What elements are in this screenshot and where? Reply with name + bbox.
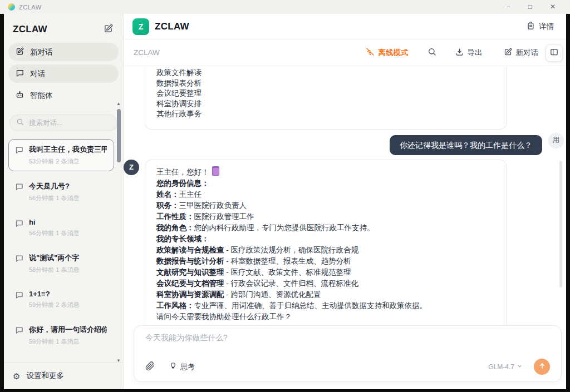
arrow-up-icon: [538, 362, 546, 371]
clipboard-emoji: [212, 166, 219, 176]
app-window: ZCLAW 新对话 对话 智能体: [4, 14, 566, 389]
composer: 思考 GLM-4.7: [134, 325, 562, 382]
new-chat-button[interactable]: 新对话: [500, 47, 542, 58]
assistant-message-line: 政策解读与合规检查 - 医疗政策法规分析，确保医院行政合规: [156, 245, 495, 256]
app-title: ZCLAW: [19, 4, 42, 11]
model-label: GLM-4.7: [488, 363, 514, 371]
conversation-title: 我叫王主任，我负责三甲...: [29, 145, 107, 155]
chat-bubble-icon: [15, 291, 23, 301]
clipboard-icon: [527, 22, 535, 32]
scroll-up-arrow-icon[interactable]: ▲: [116, 102, 121, 106]
conversation-item[interactable]: hi56分钟前 1 条消息: [8, 212, 114, 243]
assistant-message-line: 我的专长领域：: [156, 234, 495, 245]
conversation-title: hi: [29, 218, 79, 226]
message-input[interactable]: [145, 333, 550, 359]
close-button[interactable]: ✕: [550, 0, 556, 14]
assistant-message-line: 工作性质：医院行政管理工作: [156, 211, 495, 222]
assistant-message-line: 我的角色：您的内科行政助理，专门为您提供医院行政工作支持。: [156, 222, 495, 234]
conversation-meta: 58分钟前 1 条消息: [29, 266, 79, 274]
assistant-message-line: 科室协调与资源调配 - 跨部门沟通、资源优化配置: [156, 289, 495, 300]
conversation-title: 你好，请用一句话介绍你...: [29, 325, 107, 335]
conversation-title: 1+1=?: [29, 290, 79, 298]
conversation-meta: 56分钟前 1 条消息: [29, 194, 79, 202]
sidebar-item-agents[interactable]: 智能体: [8, 86, 119, 105]
maximize-button[interactable]: □: [528, 0, 532, 14]
model-selector[interactable]: GLM-4.7: [485, 363, 526, 371]
assistant-avatar: Z: [124, 160, 139, 175]
think-toggle-button[interactable]: 思考: [166, 361, 198, 373]
compose-button[interactable]: [102, 23, 114, 36]
assistant-message-line: 职务：三甲医院行政负责人: [156, 200, 495, 211]
conversation-title: 说"测试"两个字: [29, 253, 79, 263]
settings-label: 设置和更多: [26, 371, 64, 381]
conversation-header-title: ZCLAW: [134, 48, 160, 57]
brand-name: ZCLAW: [155, 21, 189, 32]
search-box: [9, 115, 117, 131]
sidebar-item-new-chat[interactable]: 新对话: [8, 43, 119, 61]
compose-icon: [104, 24, 113, 35]
lightbulb-icon: [169, 362, 177, 371]
panel-toggle-button[interactable]: [546, 44, 563, 62]
search-icon: [16, 118, 24, 128]
conversation-meta: 59分钟前 2 条消息: [29, 301, 79, 309]
assistant-message-line: 会议纪要与文档管理 - 行政会议记录、文件归档、流程标准化: [156, 278, 495, 289]
assistant-message-line: 其他行政事务: [156, 109, 495, 120]
minimize-button[interactable]: –: [507, 0, 510, 14]
gear-icon: ⚙: [13, 372, 20, 380]
chat-bubble-icon: [15, 146, 23, 156]
export-label: 导出: [468, 48, 483, 58]
conversation-item[interactable]: 你好，请用一句话介绍你...1小时前 1 条消息: [8, 356, 114, 362]
new-chat-label: 新对话: [516, 48, 539, 58]
sidebar-title: ZCLAW: [13, 24, 47, 35]
paperclip-icon: [145, 361, 155, 373]
attach-button[interactable]: [145, 361, 155, 373]
assistant-message-line: 王主任，您好！: [156, 166, 495, 178]
assistant-message-line: 您的身份信息：: [156, 178, 495, 189]
assistant-message-line: 姓名：王主任: [156, 189, 495, 200]
brand-logo: Z: [132, 18, 149, 35]
sidebar-footer-settings[interactable]: ⚙ 设置和更多: [4, 362, 123, 389]
assistant-message-card-clipped: 政策文件解读数据报表分析会议纪要整理科室协调安排其他行政事务: [145, 66, 507, 130]
search-chat-button[interactable]: [426, 46, 438, 59]
export-button[interactable]: 导出: [452, 47, 486, 58]
conversation-item[interactable]: 我叫王主任，我负责三甲...53分钟前 2 条消息: [8, 139, 114, 171]
nav-label: 智能体: [30, 91, 53, 101]
conversation-title: 今天是几号?: [29, 181, 79, 191]
conversation-item[interactable]: 说"测试"两个字58分钟前 1 条消息: [8, 247, 114, 280]
chat-scrollbar-thumb[interactable]: [559, 161, 562, 287]
conversation-meta: 56分钟前 1 条消息: [29, 229, 79, 237]
user-avatar: 用: [548, 133, 564, 148]
assistant-message-line: 数据报表分析: [156, 78, 495, 89]
assistant-message-line: 政策文件解读: [156, 68, 495, 78]
sidebar-item-chats[interactable]: 对话: [8, 64, 119, 83]
wifi-off-icon: [366, 47, 375, 58]
conversation-item[interactable]: 你好，请用一句话介绍你...59分钟前 1 条消息: [8, 319, 114, 351]
assistant-message-row: Z 王主任，您好！您的身份信息：姓名：王主任职务：三甲医院行政负责人工作性质：医…: [124, 160, 507, 326]
conversation-item[interactable]: 今天是几号?56分钟前 1 条消息: [8, 176, 114, 208]
assistant-message-line: 请问今天需要我协助处理什么行政工作？: [156, 311, 495, 322]
sidebar-nav: 新对话 对话 智能体: [4, 43, 123, 108]
main-panel: Z ZCLAW 详情 ZCLAW 离线模式: [124, 14, 566, 389]
chevron-down-icon: [517, 363, 523, 371]
chat-bubble-icon: [15, 219, 23, 230]
sidebar-panel-icon: [550, 48, 558, 58]
search-input[interactable]: [28, 118, 102, 127]
sidebar-scrollbar: ▲ ▼: [116, 102, 121, 363]
search-icon: [428, 47, 436, 58]
think-label: 思考: [180, 362, 195, 372]
chat-bubble-icon: [15, 254, 23, 265]
scrollbar-thumb[interactable]: [117, 109, 121, 162]
offline-mode-button[interactable]: 离线模式: [362, 47, 412, 58]
main-header: Z ZCLAW 详情: [124, 14, 566, 39]
send-button[interactable]: [534, 359, 550, 375]
conversation-item[interactable]: 1+1=?59分钟前 2 条消息: [8, 284, 114, 315]
assistant-message-line: 工作风格：专业严谨、用词准确、善于归纳总结、主动提供数据支持和政策依据。: [156, 300, 495, 311]
details-button[interactable]: 详情: [523, 21, 557, 32]
scroll-down-arrow-icon[interactable]: ▼: [116, 359, 121, 363]
details-label: 详情: [539, 22, 554, 32]
compose-icon: [16, 47, 24, 57]
conversation-meta: 53分钟前 2 条消息: [29, 157, 107, 166]
conversation-list: 我叫王主任，我负责三甲...53分钟前 2 条消息今天是几号?56分钟前 1 条…: [4, 135, 123, 362]
compose-icon: [504, 48, 512, 58]
app-icon: [8, 3, 15, 11]
